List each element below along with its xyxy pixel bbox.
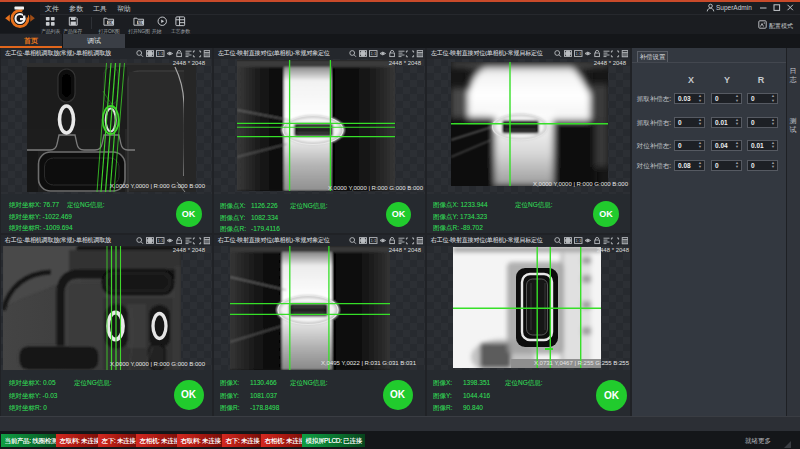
svg-text:NG: NG <box>138 21 143 25</box>
